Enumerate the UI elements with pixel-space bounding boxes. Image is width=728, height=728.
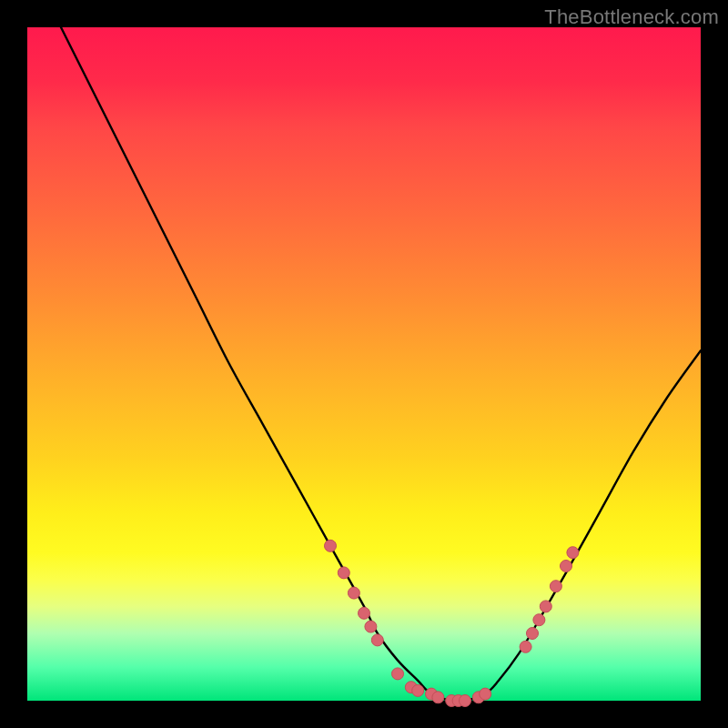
data-marker xyxy=(359,607,370,619)
plot-area xyxy=(27,27,701,701)
data-marker xyxy=(550,581,561,592)
watermark-text: TheBottleneck.com xyxy=(544,5,719,29)
data-marker xyxy=(392,668,404,680)
data-marker xyxy=(412,684,424,696)
chart-frame: TheBottleneck.com xyxy=(0,0,728,728)
data-marker xyxy=(567,547,579,559)
data-marker xyxy=(338,567,349,579)
marker-layer xyxy=(325,540,579,706)
data-marker xyxy=(348,587,359,599)
data-marker xyxy=(371,634,383,646)
data-marker xyxy=(432,692,444,703)
data-marker xyxy=(533,614,545,626)
data-marker xyxy=(460,695,471,707)
data-marker xyxy=(520,641,531,652)
bottleneck-curve xyxy=(27,0,701,702)
data-marker xyxy=(527,628,539,640)
data-marker xyxy=(561,561,572,572)
data-marker xyxy=(325,540,337,551)
data-marker xyxy=(480,688,491,700)
data-marker xyxy=(365,621,377,632)
chart-svg xyxy=(27,27,701,701)
curve-layer xyxy=(27,0,701,702)
data-marker xyxy=(540,601,551,612)
